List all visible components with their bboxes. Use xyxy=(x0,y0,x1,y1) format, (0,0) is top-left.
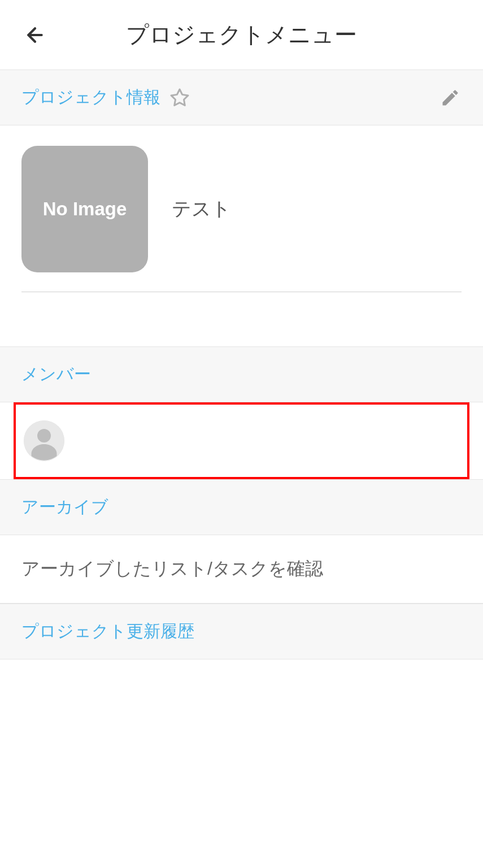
project-info-section-header: プロジェクト情報 xyxy=(0,70,483,125)
members-title: メンバー xyxy=(21,364,91,383)
member-row[interactable] xyxy=(14,402,469,479)
archive-description: アーカイブしたリスト/タスクを確認 xyxy=(21,558,323,579)
favorite-button[interactable] xyxy=(169,88,190,108)
app-header: プロジェクトメニュー xyxy=(0,0,483,70)
page-title: プロジェクトメニュー xyxy=(47,19,436,50)
project-row: No Image テスト xyxy=(21,146,462,272)
edit-button[interactable] xyxy=(439,86,462,109)
archive-title: アーカイブ xyxy=(21,497,108,516)
svg-point-3 xyxy=(37,429,51,442)
project-image-placeholder: No Image xyxy=(21,146,148,272)
back-button[interactable] xyxy=(23,23,47,47)
project-info-title: プロジェクト情報 xyxy=(21,86,160,109)
arrow-left-icon xyxy=(24,24,46,46)
archive-row[interactable]: アーカイブしたリスト/タスクを確認 xyxy=(0,535,483,604)
member-avatar xyxy=(24,420,64,461)
project-name: テスト xyxy=(172,196,231,222)
person-icon xyxy=(24,420,64,461)
members-section-header: メンバー xyxy=(0,346,483,402)
pencil-icon xyxy=(440,88,460,108)
spacer xyxy=(0,292,483,346)
project-info-body: No Image テスト xyxy=(0,125,483,292)
svg-marker-1 xyxy=(171,89,188,106)
archive-section-header: アーカイブ xyxy=(0,479,483,535)
history-title: プロジェクト更新履歴 xyxy=(21,622,194,640)
star-icon xyxy=(169,88,190,108)
history-section-header[interactable]: プロジェクト更新履歴 xyxy=(0,604,483,659)
